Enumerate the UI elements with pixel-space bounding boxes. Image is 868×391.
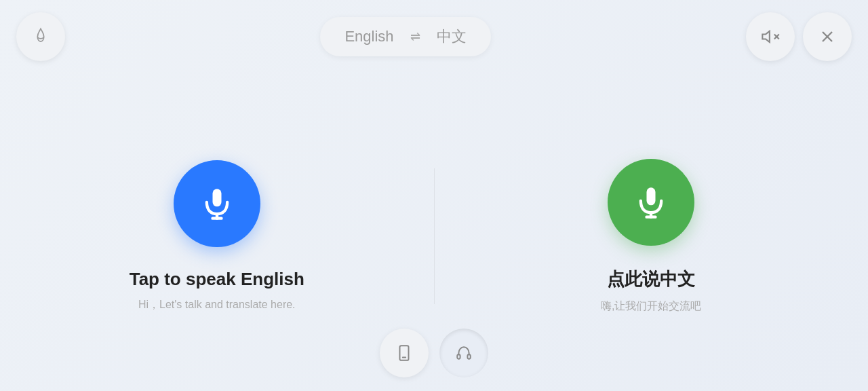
chinese-mic-button[interactable] <box>608 159 694 246</box>
chinese-mic-icon <box>633 185 669 220</box>
language-switcher[interactable]: English ⇌ 中文 <box>320 17 490 56</box>
bottom-controls <box>380 329 488 377</box>
chinese-speak-title: 点此说中文 <box>607 267 695 291</box>
svg-rect-11 <box>400 346 409 360</box>
phone-icon <box>395 344 413 362</box>
english-mic-button[interactable] <box>174 160 260 247</box>
close-icon <box>818 27 837 46</box>
svg-rect-14 <box>467 354 470 359</box>
headphone-mode-button[interactable] <box>439 329 488 377</box>
top-bar: English ⇌ 中文 <box>0 0 868 73</box>
mute-icon <box>761 27 780 46</box>
english-panel: Tap to speak English Hi，Let's talk and t… <box>0 160 434 312</box>
source-language: English <box>344 28 393 45</box>
target-language: 中文 <box>437 26 467 47</box>
english-speak-title: Tap to speak English <box>130 269 304 290</box>
chinese-speak-subtitle: 嗨,让我们开始交流吧 <box>601 299 701 314</box>
svg-rect-5 <box>212 189 221 206</box>
english-speak-subtitle: Hi，Let's talk and translate here. <box>138 298 296 312</box>
phone-mode-button[interactable] <box>380 329 429 377</box>
chinese-panel: 点此说中文 嗨,让我们开始交流吧 <box>435 159 869 314</box>
person-icon <box>31 27 50 46</box>
close-button[interactable] <box>803 12 852 61</box>
headphone-icon <box>455 344 473 362</box>
logo-button[interactable] <box>16 12 65 61</box>
mute-button[interactable] <box>746 12 795 61</box>
swap-icon: ⇌ <box>410 29 420 44</box>
svg-marker-0 <box>762 31 770 42</box>
english-mic-icon <box>199 186 235 221</box>
top-right-controls <box>746 12 852 61</box>
svg-rect-13 <box>457 354 460 359</box>
svg-rect-8 <box>647 187 656 205</box>
